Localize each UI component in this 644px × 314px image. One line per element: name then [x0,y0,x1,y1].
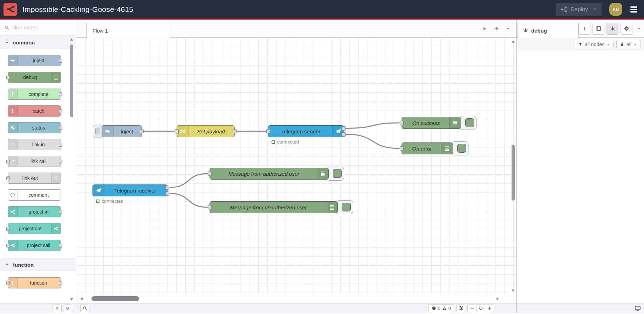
palette-node-label: complete [19,89,59,99]
wire-telegram-sender-to-on-error[interactable] [346,134,400,149]
canvas-vertical-scrollbar[interactable] [511,40,515,293]
palette-node-project-call[interactable]: project call [8,240,61,251]
output-port[interactable] [59,160,62,163]
output-port[interactable] [165,191,169,196]
scroll-tabs-right-icon[interactable] [482,26,487,31]
flow-node-msg-authorized[interactable]: Message from autherized user [210,168,329,180]
input-port[interactable] [400,146,404,151]
palette-node-catch[interactable]: catch [8,105,61,117]
input-port[interactable] [6,176,10,180]
flow-node-on-error[interactable]: On error [402,142,453,154]
output-port[interactable] [59,109,62,113]
tab-debug[interactable]: debug [518,23,578,38]
info-tab-button[interactable]: i [578,23,590,35]
scroll-up-icon[interactable] [70,37,74,41]
palette-node-inject[interactable]: inject [8,55,61,66]
canvas-search-button[interactable] [80,305,89,312]
output-port[interactable] [59,92,62,96]
wire-telegram-receiver-to-msg-authorized[interactable] [169,174,208,188]
palette-filter-input[interactable] [12,25,65,30]
debug-toggle-button[interactable] [336,200,353,214]
wire-telegram-receiver-to-msg-unauthorized[interactable] [169,194,208,208]
input-port[interactable] [208,172,212,176]
input-port[interactable] [400,121,404,125]
input-port[interactable] [6,76,10,79]
plus-icon [487,306,492,310]
output-port[interactable] [59,244,62,247]
debug-toggle-button[interactable] [459,116,477,130]
output-port[interactable] [233,129,237,133]
flow-node-msg-unauthorized[interactable]: Message from unautherized user [210,201,338,213]
navigator-button[interactable] [456,305,465,312]
input-port[interactable] [6,160,10,163]
sidebar-options-caret-icon[interactable] [637,27,641,31]
palette-node-project-out[interactable]: project out [8,223,61,234]
config-tab-button[interactable] [621,23,632,35]
scroll-down-icon[interactable] [70,298,74,301]
deploy-options-caret-icon[interactable] [593,7,597,11]
palette-category-function[interactable]: function [0,258,76,271]
wire-telegram-sender-to-on-success[interactable] [346,123,400,128]
flow-canvas[interactable]: injectSet payloadTelegram senderconnecte… [76,38,516,294]
output-port[interactable] [59,126,62,130]
output-port[interactable] [342,126,346,131]
output-port[interactable] [342,132,346,137]
zoom-out-button[interactable] [467,305,477,312]
output-port[interactable] [59,210,62,214]
flow-list-caret-icon[interactable] [506,27,510,31]
flow-node-on-success[interactable]: On success [402,117,461,129]
palette-collapse-all-button[interactable] [53,305,62,312]
help-tab-button[interactable] [592,23,604,35]
input-port[interactable] [175,129,179,133]
output-port[interactable] [59,281,62,285]
palette-node-complete[interactable]: complete [8,89,61,100]
palette-category-common[interactable]: common [0,36,76,49]
debug-toggle-button[interactable] [451,141,468,155]
deploy-button[interactable]: Deploy [556,3,602,16]
zoom-reset-button[interactable] [476,305,485,312]
palette-node-comment[interactable]: comment [8,189,61,201]
flow-node-telegram-sender[interactable]: Telegram senderconnected [268,125,344,137]
main-menu-button[interactable] [629,5,638,14]
user-avatar[interactable]: su [609,3,622,16]
input-port[interactable] [6,227,10,231]
flow-node-inject[interactable]: inject [102,125,142,137]
palette-node-project-in[interactable]: project in [8,206,61,217]
input-port[interactable] [6,281,10,285]
palette-scroll-thumb[interactable] [70,44,73,117]
debug-toggle-button[interactable] [327,167,344,181]
tab-flow-1[interactable]: Flow 1 [86,23,170,38]
input-port[interactable] [266,129,270,133]
palette-expand-all-button[interactable] [63,305,72,312]
flow-node-set-payload[interactable]: Set payload [177,125,235,137]
output-port[interactable] [140,129,144,133]
canvas-horizontal-scrollbar[interactable] [76,294,516,303]
scroll-right-icon[interactable] [496,297,500,301]
palette-node-function[interactable]: ffunction [8,277,61,288]
open-window-monitor-icon[interactable] [635,305,641,312]
output-port[interactable] [165,186,169,190]
debug-tab-button[interactable] [607,23,618,35]
output-port[interactable] [59,143,62,147]
palette-search[interactable] [0,20,76,36]
add-flow-icon[interactable] [494,26,499,31]
palette-node-link-call[interactable]: link call [8,156,61,167]
input-port[interactable] [208,205,212,209]
palette-node-link-in[interactable]: link in [8,139,61,150]
scroll-up-icon[interactable] [511,40,515,43]
palette-node-debug[interactable]: debug [8,72,61,83]
output-port[interactable] [59,59,62,63]
debug-filter-button[interactable]: all nodes [575,40,614,49]
debug-filter-label: all nodes [585,42,604,47]
input-port[interactable] [6,244,10,247]
scroll-left-icon[interactable] [80,297,83,301]
palette-scrollbar[interactable] [69,37,74,301]
flow-node-telegram-receiver[interactable]: Telegram receiverconnected [93,184,167,196]
canvas-scroll-thumb[interactable] [512,145,515,201]
palette-node-status[interactable]: status [8,122,61,133]
horizontal-scroll-thumb[interactable] [91,296,139,301]
palette-node-link-out[interactable]: link out [8,173,61,184]
debug-clear-button[interactable]: all [616,40,640,49]
zoom-in-button[interactable] [485,305,494,312]
scroll-down-icon[interactable] [511,289,515,293]
